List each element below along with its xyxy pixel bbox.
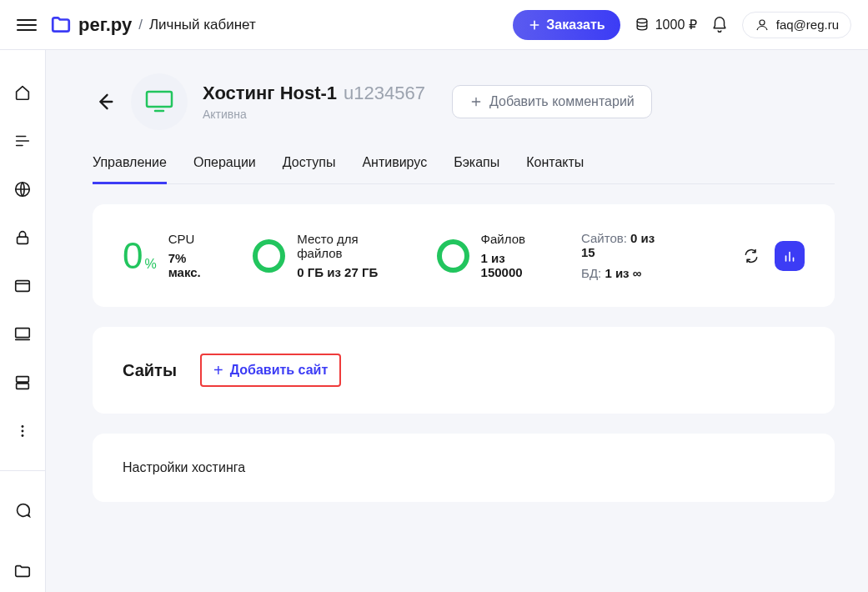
sidebar xyxy=(0,50,46,592)
settings-card: Настройки хостинга xyxy=(93,434,835,502)
account-menu[interactable]: faq@reg.ru xyxy=(742,12,851,38)
home-icon[interactable] xyxy=(13,83,32,102)
ring-icon xyxy=(253,239,285,273)
cpu-percent-sign: % xyxy=(144,257,156,272)
logo-text: рег.ру xyxy=(78,14,132,36)
main-content: Хостинг Host-1 u1234567 Активна Добавить… xyxy=(46,50,868,502)
svg-rect-5 xyxy=(16,329,30,338)
plus-icon: + xyxy=(213,362,223,379)
balance-display[interactable]: 1000 ₽ xyxy=(634,17,697,33)
svg-point-1 xyxy=(760,20,765,25)
svg-point-0 xyxy=(637,18,647,23)
sites-label: Сайтов: xyxy=(581,231,627,245)
chat-icon[interactable] xyxy=(13,501,32,519)
ring-icon xyxy=(437,239,469,273)
logo-separator: / xyxy=(138,17,143,33)
files-stat: Файлов 1 из 150000 xyxy=(437,232,548,279)
page-title: Хостинг Host-1 xyxy=(203,83,337,104)
tab-manage[interactable]: Управление xyxy=(93,155,167,184)
tab-contacts[interactable]: Контакты xyxy=(526,155,584,184)
bell-icon[interactable] xyxy=(710,16,729,34)
files-value: 1 из 150000 xyxy=(481,251,548,279)
add-comment-label: Добавить комментарий xyxy=(489,94,635,109)
db-label: БД: xyxy=(581,266,601,280)
service-status: Активна xyxy=(203,108,425,121)
refresh-button[interactable] xyxy=(736,241,766,271)
menu-button[interactable] xyxy=(17,15,37,35)
order-button[interactable]: Заказать xyxy=(513,10,620,40)
files-label: Файлов xyxy=(481,232,548,246)
settings-title: Настройки хостинга xyxy=(123,460,245,474)
coins-icon xyxy=(634,17,650,33)
account-email: faq@reg.ru xyxy=(776,18,839,32)
stats-actions xyxy=(736,241,805,271)
add-site-label: Добавить сайт xyxy=(230,363,329,378)
tab-access[interactable]: Доступы xyxy=(283,155,336,184)
page-title-id: u1234567 xyxy=(344,83,425,104)
storage-stat: Место для файлов 0 ГБ из 27 ГБ xyxy=(253,232,403,279)
svg-point-10 xyxy=(22,434,24,437)
folder-icon[interactable] xyxy=(13,562,32,580)
cpu-stat: 0 % CPU 7% макс. xyxy=(123,232,219,279)
svg-rect-4 xyxy=(16,281,30,292)
logo-subtitle: Личный кабинет xyxy=(149,17,256,33)
storage-value: 0 ГБ из 27 ГБ xyxy=(297,265,403,279)
stats-card: 0 % CPU 7% макс. Место для файлов 0 ГБ и… xyxy=(93,204,835,307)
sites-card: Сайты + Добавить сайт xyxy=(93,327,835,414)
refresh-icon xyxy=(743,248,760,264)
tab-operations[interactable]: Операции xyxy=(193,155,256,184)
page-header: Хостинг Host-1 u1234567 Активна Добавить… xyxy=(93,73,835,130)
cpu-label: CPU xyxy=(168,232,219,246)
logo[interactable]: рег.ру / Личный кабинет xyxy=(50,14,256,36)
tabs: Управление Операции Доступы Антивирус Бэ… xyxy=(93,155,835,184)
svg-rect-11 xyxy=(147,92,172,107)
lock-icon[interactable] xyxy=(13,228,32,247)
monitor-icon[interactable] xyxy=(13,325,32,344)
add-site-button[interactable]: + Добавить сайт xyxy=(200,354,341,387)
user-icon xyxy=(755,18,770,33)
folder-logo-icon xyxy=(50,14,72,36)
sites-title: Сайты xyxy=(123,361,177,380)
db-value: 1 из ∞ xyxy=(605,266,641,280)
svg-rect-7 xyxy=(17,384,29,389)
globe-icon[interactable] xyxy=(13,180,32,198)
more-icon[interactable] xyxy=(13,422,32,440)
sites-db-stat: Сайтов: 0 из 15 БД: 1 из ∞ xyxy=(581,231,670,280)
cpu-sub: 7% макс. xyxy=(168,251,219,279)
svg-point-8 xyxy=(22,425,24,428)
stats-button[interactable] xyxy=(775,241,805,271)
svg-rect-6 xyxy=(17,377,29,382)
server-icon[interactable] xyxy=(13,374,32,392)
plus-icon xyxy=(528,18,541,32)
storage-label: Место для файлов xyxy=(297,232,403,260)
balance-value: 1000 ₽ xyxy=(655,17,697,33)
back-button[interactable] xyxy=(93,90,116,113)
tab-antivirus[interactable]: Антивирус xyxy=(362,155,427,184)
add-comment-button[interactable]: Добавить комментарий xyxy=(452,85,652,118)
hosting-icon xyxy=(145,90,173,113)
window-icon[interactable] xyxy=(13,277,32,295)
tab-backups[interactable]: Бэкапы xyxy=(454,155,499,184)
svg-point-9 xyxy=(22,430,24,433)
cpu-value: 0 xyxy=(123,235,143,277)
service-avatar xyxy=(131,73,188,130)
list-icon[interactable] xyxy=(13,132,32,150)
top-header: рег.ру / Личный кабинет Заказать 1000 ₽ … xyxy=(0,0,868,50)
plus-icon xyxy=(469,95,483,108)
order-button-label: Заказать xyxy=(546,18,605,33)
svg-rect-3 xyxy=(18,237,28,243)
chart-icon xyxy=(782,248,797,263)
